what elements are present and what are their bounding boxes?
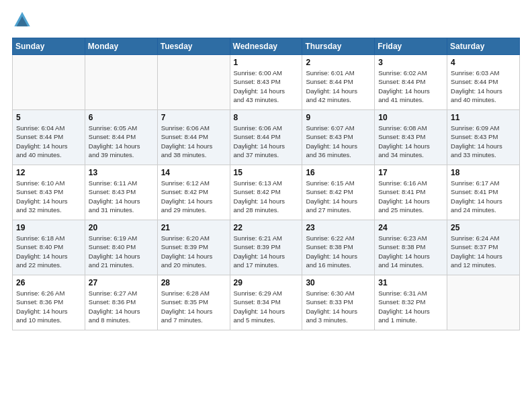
header: [12, 11, 520, 31]
day-cell: 30Sunrise: 6:30 AM Sunset: 8:33 PM Dayli…: [302, 275, 375, 330]
day-detail: Sunrise: 6:10 AM Sunset: 8:43 PM Dayligh…: [16, 179, 81, 214]
day-detail: Sunrise: 6:03 AM Sunset: 8:44 PM Dayligh…: [451, 68, 516, 104]
day-detail: Sunrise: 6:07 AM Sunset: 8:43 PM Dayligh…: [306, 124, 371, 159]
day-detail: Sunrise: 6:28 AM Sunset: 8:35 PM Dayligh…: [161, 289, 226, 324]
day-detail: Sunrise: 6:19 AM Sunset: 8:40 PM Dayligh…: [89, 234, 154, 269]
day-detail: Sunrise: 6:13 AM Sunset: 8:42 PM Dayligh…: [234, 179, 299, 214]
day-cell: 24Sunrise: 6:23 AM Sunset: 8:38 PM Dayli…: [375, 220, 447, 275]
day-cell: 19Sunrise: 6:18 AM Sunset: 8:40 PM Dayli…: [13, 220, 85, 275]
day-number: 15: [234, 168, 299, 177]
logo-icon: [12, 11, 32, 31]
day-number: 6: [89, 113, 154, 122]
day-cell: 15Sunrise: 6:13 AM Sunset: 8:42 PM Dayli…: [230, 165, 302, 220]
day-cell: 29Sunrise: 6:29 AM Sunset: 8:34 PM Dayli…: [230, 275, 302, 330]
day-cell: [447, 275, 520, 330]
day-cell: 9Sunrise: 6:07 AM Sunset: 8:43 PM Daylig…: [302, 110, 375, 165]
day-detail: Sunrise: 6:11 AM Sunset: 8:43 PM Dayligh…: [89, 179, 154, 214]
week-row-3: 12Sunrise: 6:10 AM Sunset: 8:43 PM Dayli…: [13, 165, 520, 220]
weekday-header-wednesday: Wednesday: [230, 38, 302, 55]
day-detail: Sunrise: 6:26 AM Sunset: 8:36 PM Dayligh…: [16, 289, 81, 324]
day-cell: 3Sunrise: 6:02 AM Sunset: 8:44 PM Daylig…: [375, 55, 447, 110]
day-cell: 31Sunrise: 6:31 AM Sunset: 8:32 PM Dayli…: [375, 275, 447, 330]
day-detail: Sunrise: 6:02 AM Sunset: 8:44 PM Dayligh…: [378, 68, 443, 104]
logo-area: [12, 11, 35, 31]
day-detail: Sunrise: 6:21 AM Sunset: 8:39 PM Dayligh…: [234, 234, 299, 269]
day-cell: 20Sunrise: 6:19 AM Sunset: 8:40 PM Dayli…: [85, 220, 157, 275]
day-number: 30: [306, 278, 371, 287]
day-number: 3: [378, 58, 443, 67]
day-number: 29: [234, 278, 299, 287]
day-number: 13: [89, 168, 154, 177]
day-cell: 10Sunrise: 6:08 AM Sunset: 8:43 PM Dayli…: [375, 110, 447, 165]
day-cell: 28Sunrise: 6:28 AM Sunset: 8:35 PM Dayli…: [157, 275, 230, 330]
day-cell: 8Sunrise: 6:06 AM Sunset: 8:44 PM Daylig…: [230, 110, 302, 165]
day-detail: Sunrise: 6:06 AM Sunset: 8:44 PM Dayligh…: [161, 124, 226, 159]
day-number: 24: [378, 223, 443, 232]
day-number: 9: [306, 113, 371, 122]
day-number: 28: [161, 278, 226, 287]
day-detail: Sunrise: 6:12 AM Sunset: 8:42 PM Dayligh…: [161, 179, 226, 214]
day-number: 20: [89, 223, 154, 232]
day-number: 26: [16, 278, 81, 287]
day-number: 8: [234, 113, 299, 122]
day-detail: Sunrise: 6:18 AM Sunset: 8:40 PM Dayligh…: [16, 234, 81, 269]
day-detail: Sunrise: 6:31 AM Sunset: 8:32 PM Dayligh…: [378, 289, 443, 324]
day-detail: Sunrise: 6:00 AM Sunset: 8:43 PM Dayligh…: [234, 68, 299, 104]
day-number: 1: [234, 58, 299, 67]
day-number: 31: [378, 278, 443, 287]
day-cell: 23Sunrise: 6:22 AM Sunset: 8:38 PM Dayli…: [302, 220, 375, 275]
day-detail: Sunrise: 6:27 AM Sunset: 8:36 PM Dayligh…: [89, 289, 154, 324]
day-cell: 22Sunrise: 6:21 AM Sunset: 8:39 PM Dayli…: [230, 220, 302, 275]
day-detail: Sunrise: 6:29 AM Sunset: 8:34 PM Dayligh…: [234, 289, 299, 324]
day-number: 12: [16, 168, 81, 177]
week-row-2: 5Sunrise: 6:04 AM Sunset: 8:44 PM Daylig…: [13, 110, 520, 165]
day-cell: 5Sunrise: 6:04 AM Sunset: 8:44 PM Daylig…: [13, 110, 85, 165]
day-detail: Sunrise: 6:08 AM Sunset: 8:43 PM Dayligh…: [378, 124, 443, 159]
day-cell: 18Sunrise: 6:17 AM Sunset: 8:41 PM Dayli…: [447, 165, 520, 220]
day-cell: 13Sunrise: 6:11 AM Sunset: 8:43 PM Dayli…: [85, 165, 157, 220]
day-number: 5: [16, 113, 81, 122]
day-cell: 26Sunrise: 6:26 AM Sunset: 8:36 PM Dayli…: [13, 275, 85, 330]
day-detail: Sunrise: 6:24 AM Sunset: 8:37 PM Dayligh…: [451, 234, 516, 269]
day-detail: Sunrise: 6:20 AM Sunset: 8:39 PM Dayligh…: [161, 234, 226, 269]
weekday-header-saturday: Saturday: [447, 38, 520, 55]
day-cell: [157, 55, 230, 110]
day-cell: [85, 55, 157, 110]
day-number: 10: [378, 113, 443, 122]
day-cell: 6Sunrise: 6:05 AM Sunset: 8:44 PM Daylig…: [85, 110, 157, 165]
day-cell: 7Sunrise: 6:06 AM Sunset: 8:44 PM Daylig…: [157, 110, 230, 165]
calendar-body: 1Sunrise: 6:00 AM Sunset: 8:43 PM Daylig…: [13, 55, 520, 330]
day-number: 2: [306, 58, 371, 67]
day-number: 14: [161, 168, 226, 177]
day-cell: 16Sunrise: 6:15 AM Sunset: 8:42 PM Dayli…: [302, 165, 375, 220]
day-number: 11: [451, 113, 516, 122]
day-detail: Sunrise: 6:22 AM Sunset: 8:38 PM Dayligh…: [306, 234, 371, 269]
day-number: 17: [378, 168, 443, 177]
day-cell: 4Sunrise: 6:03 AM Sunset: 8:44 PM Daylig…: [447, 55, 520, 110]
day-detail: Sunrise: 6:09 AM Sunset: 8:43 PM Dayligh…: [451, 124, 516, 159]
day-cell: 21Sunrise: 6:20 AM Sunset: 8:39 PM Dayli…: [157, 220, 230, 275]
weekday-header-thursday: Thursday: [302, 38, 375, 55]
day-cell: 2Sunrise: 6:01 AM Sunset: 8:44 PM Daylig…: [302, 55, 375, 110]
day-detail: Sunrise: 6:05 AM Sunset: 8:44 PM Dayligh…: [89, 124, 154, 159]
day-number: 7: [161, 113, 226, 122]
day-cell: 25Sunrise: 6:24 AM Sunset: 8:37 PM Dayli…: [447, 220, 520, 275]
day-detail: Sunrise: 6:04 AM Sunset: 8:44 PM Dayligh…: [16, 124, 81, 159]
week-row-1: 1Sunrise: 6:00 AM Sunset: 8:43 PM Daylig…: [13, 55, 520, 110]
day-cell: 11Sunrise: 6:09 AM Sunset: 8:43 PM Dayli…: [447, 110, 520, 165]
weekday-header-friday: Friday: [375, 38, 447, 55]
day-number: 25: [451, 223, 516, 232]
day-detail: Sunrise: 6:16 AM Sunset: 8:41 PM Dayligh…: [378, 179, 443, 214]
day-cell: 17Sunrise: 6:16 AM Sunset: 8:41 PM Dayli…: [375, 165, 447, 220]
day-cell: [13, 55, 85, 110]
day-cell: 14Sunrise: 6:12 AM Sunset: 8:42 PM Dayli…: [157, 165, 230, 220]
day-number: 23: [306, 223, 371, 232]
day-detail: Sunrise: 6:06 AM Sunset: 8:44 PM Dayligh…: [234, 124, 299, 159]
day-number: 4: [451, 58, 516, 67]
day-detail: Sunrise: 6:17 AM Sunset: 8:41 PM Dayligh…: [451, 179, 516, 214]
day-detail: Sunrise: 6:30 AM Sunset: 8:33 PM Dayligh…: [306, 289, 371, 324]
day-number: 16: [306, 168, 371, 177]
weekday-header-sunday: Sunday: [13, 38, 85, 55]
weekday-header-row: SundayMondayTuesdayWednesdayThursdayFrid…: [13, 38, 520, 55]
day-number: 21: [161, 223, 226, 232]
